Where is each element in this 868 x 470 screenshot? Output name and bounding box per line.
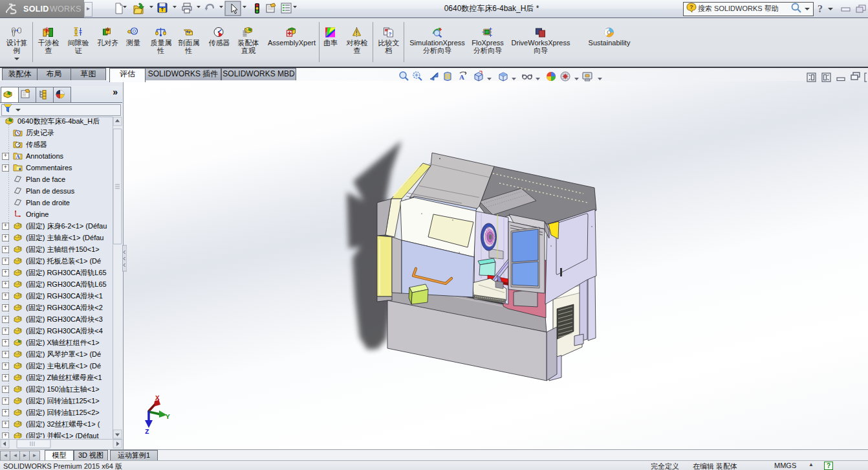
svg-text:Y: Y: [166, 413, 170, 421]
svg-text:A: A: [459, 73, 464, 81]
svg-text:Z: Z: [145, 428, 149, 436]
svg-text:X: X: [155, 394, 160, 402]
svg-text:?: ?: [818, 3, 823, 14]
svg-text:!: !: [356, 30, 357, 35]
svg-text:?: ?: [389, 31, 392, 37]
svg-text:?: ?: [689, 4, 693, 10]
